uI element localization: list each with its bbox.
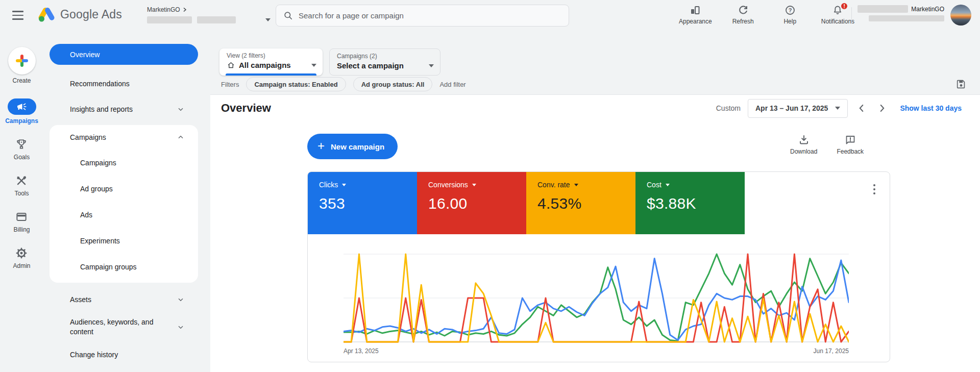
filters-label: Filters <box>221 81 239 88</box>
redacted-account-id <box>147 16 192 23</box>
plus-icon <box>16 55 28 67</box>
rail-item-admin[interactable]: Admin <box>13 246 30 269</box>
campaigns-pill <box>8 98 36 115</box>
new-campaign-button[interactable]: + New campaign <box>307 134 398 159</box>
filters-bar: Filters Campaign status: Enabled Ad grou… <box>221 77 967 92</box>
overview-card: Clicks 353 Conversions 16.00 Conv. rate … <box>307 171 890 362</box>
avatar[interactable] <box>950 5 971 26</box>
nav-section-campaigns: Campaigns Campaigns Ad groups Ads Experi… <box>50 125 198 283</box>
svg-text:?: ? <box>788 7 792 13</box>
global-search <box>276 5 569 27</box>
card-menu-button[interactable] <box>870 181 878 197</box>
nav-item-recommendations[interactable]: Recommendations <box>50 71 198 96</box>
feedback-button[interactable]: Feedback <box>837 134 864 155</box>
rail-item-create[interactable]: Create <box>8 47 36 84</box>
scorecard-cost[interactable]: Cost $3.88K <box>635 172 745 234</box>
trophy-icon <box>15 138 28 151</box>
nav-item-insights-and-reports[interactable]: Insights and reports <box>50 96 198 122</box>
scorecard-conversions[interactable]: Conversions 16.00 <box>417 172 526 234</box>
x-axis-end-label: Jun 17, 2025 <box>814 348 849 355</box>
tools-icon <box>15 174 28 187</box>
trend-chart <box>344 253 849 343</box>
caret-down-icon <box>835 107 840 110</box>
user-account-info[interactable]: MarketinGO <box>857 5 944 21</box>
redacted-account-id <box>197 16 236 23</box>
date-mode-label: Custom <box>716 104 741 112</box>
chevron-down-icon <box>177 323 185 331</box>
product-name: Google Ads <box>60 8 122 21</box>
nav-item-experiments[interactable]: Experiments <box>50 228 198 254</box>
add-filter-button[interactable]: Add filter <box>439 81 465 88</box>
x-axis-labels: Apr 13, 2025 Jun 17, 2025 <box>344 348 849 355</box>
rail-item-campaigns[interactable]: Campaigns <box>5 98 38 125</box>
user-org: MarketinGO <box>911 6 944 13</box>
create-circle <box>8 47 36 75</box>
divider <box>210 94 980 95</box>
bar-chart-icon <box>689 4 701 16</box>
refresh-button[interactable]: Refresh <box>727 4 759 25</box>
notifications-button[interactable]: ! Notifications <box>821 4 854 25</box>
side-nav: Overview Recommendations Insights and re… <box>50 44 198 367</box>
chevron-right-icon <box>876 103 888 114</box>
previous-period-button[interactable] <box>855 102 868 115</box>
rail-item-goals[interactable]: Goals <box>14 138 30 161</box>
chevron-down-icon <box>177 105 185 113</box>
redacted-user-name <box>857 5 908 13</box>
google-ads-logo-icon <box>37 6 55 22</box>
caret-down-icon <box>311 64 316 67</box>
campaign-select-dropdown[interactable]: Campaigns (2) Select a campaign <box>329 48 440 76</box>
nav-item-assets[interactable]: Assets <box>50 287 198 312</box>
filter-chip-campaign-status[interactable]: Campaign status: Enabled <box>246 77 346 91</box>
hamburger-icon <box>12 11 23 12</box>
caret-down-icon <box>472 184 476 186</box>
nav-item-campaigns-expander[interactable]: Campaigns <box>50 125 198 150</box>
nav-item-ad-groups[interactable]: Ad groups <box>50 176 198 202</box>
kebab-icon <box>873 184 875 186</box>
icon-rail: Create Campaigns Goals <box>0 31 43 372</box>
nav-item-ads[interactable]: Ads <box>50 202 198 228</box>
scorecard-value: 4.53% <box>537 195 625 212</box>
save-filter-button[interactable] <box>955 79 967 90</box>
date-controls: Custom Apr 13 – Jun 17, 2025 Show last 3… <box>716 99 962 118</box>
rail-item-billing[interactable]: Billing <box>13 210 30 233</box>
redacted-user-email <box>869 15 944 21</box>
view-filter-dropdown[interactable]: View (2 filters) All campaigns <box>219 48 323 76</box>
home-icon <box>227 61 235 69</box>
top-actions: Appearance Refresh ? Help ! Notification… <box>679 4 854 25</box>
scorecard-value: 353 <box>319 195 407 212</box>
nav-item-change-history[interactable]: Change history <box>50 342 198 367</box>
help-button[interactable]: ? Help <box>774 4 806 25</box>
appearance-button[interactable]: Appearance <box>679 4 712 25</box>
nav-item-campaign-groups[interactable]: Campaign groups <box>50 254 198 280</box>
account-switcher[interactable]: MarketinGO <box>147 6 264 23</box>
show-last-30-days-link[interactable]: Show last 30 days <box>900 104 962 112</box>
download-icon <box>798 134 810 146</box>
scorecard-value: 16.00 <box>428 195 516 212</box>
filter-chip-ad-group-status[interactable]: Ad group status: All <box>353 77 433 91</box>
nav-item-campaigns[interactable]: Campaigns <box>50 150 198 176</box>
nav-item-audiences-keywords-content[interactable]: Audiences, keywords, and content <box>50 312 198 342</box>
date-range-picker[interactable]: Apr 13 – Jun 17, 2025 <box>748 99 848 118</box>
caret-down-icon <box>265 18 271 21</box>
notification-badge: ! <box>840 2 848 10</box>
page-title: Overview <box>221 102 271 115</box>
scorecard-clicks[interactable]: Clicks 353 <box>308 172 417 234</box>
caret-down-icon <box>574 184 578 186</box>
rail-item-tools[interactable]: Tools <box>14 174 29 197</box>
nav-item-overview[interactable]: Overview <box>50 44 198 65</box>
search-input[interactable] <box>299 11 561 20</box>
caret-down-icon <box>429 64 434 67</box>
download-button[interactable]: Download <box>790 134 817 155</box>
menu-button[interactable] <box>12 10 26 21</box>
page-header: Overview Custom Apr 13 – Jun 17, 2025 Sh… <box>221 98 962 118</box>
card-actions: Download Feedback <box>790 134 864 155</box>
next-period-button[interactable] <box>875 102 889 115</box>
divider <box>851 7 852 23</box>
scorecard-conv-rate[interactable]: Conv. rate 4.53% <box>526 172 635 234</box>
google-ads-logo[interactable]: Google Ads <box>37 6 122 22</box>
gear-icon <box>15 246 28 260</box>
refresh-icon <box>737 4 749 16</box>
credit-card-icon <box>15 210 28 224</box>
plus-icon: + <box>317 140 325 152</box>
chevron-down-icon <box>177 295 185 304</box>
